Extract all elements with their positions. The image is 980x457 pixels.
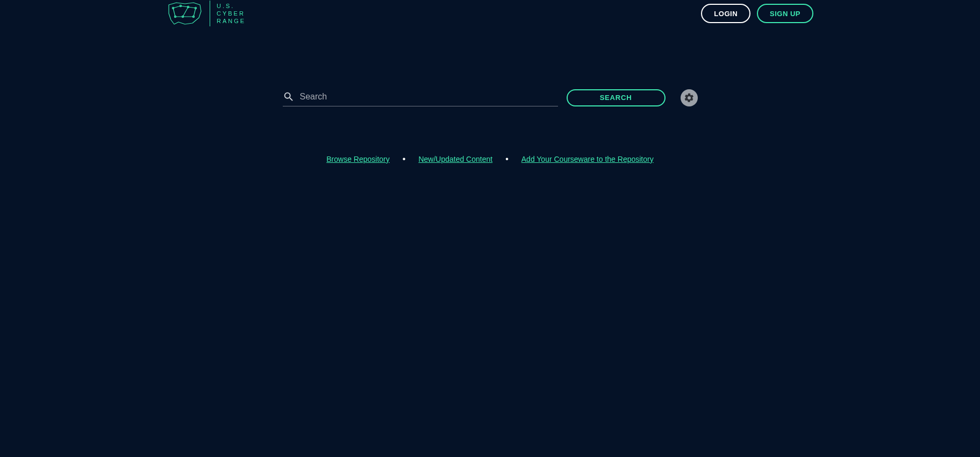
search-button[interactable]: SEARCH <box>567 89 666 106</box>
search-section: SEARCH <box>0 89 980 106</box>
separator-dot: • <box>505 155 509 163</box>
site-header: U.S. CYBER RANGE LOGIN SIGN UP <box>0 0 980 27</box>
search-input[interactable] <box>300 89 558 105</box>
logo-divider <box>210 1 210 26</box>
brand-logo[interactable]: U.S. CYBER RANGE <box>167 1 246 26</box>
brand-text: U.S. CYBER RANGE <box>217 2 246 25</box>
brand-text-line3: RANGE <box>217 17 246 25</box>
link-new-updated-content[interactable]: New/Updated Content <box>418 155 492 163</box>
search-input-wrap <box>283 89 558 106</box>
brand-text-line2: CYBER <box>217 10 246 17</box>
settings-button[interactable] <box>681 89 698 106</box>
separator-dot: • <box>403 155 406 163</box>
us-map-circuit-icon <box>167 1 203 26</box>
brand-text-line1: U.S. <box>217 2 246 10</box>
signup-button[interactable]: SIGN UP <box>757 4 813 23</box>
search-icon <box>283 91 295 103</box>
link-browse-repository[interactable]: Browse Repository <box>326 155 390 163</box>
login-button[interactable]: LOGIN <box>701 4 750 23</box>
link-add-courseware[interactable]: Add Your Courseware to the Repository <box>521 155 654 163</box>
header-buttons: LOGIN SIGN UP <box>701 4 813 23</box>
quick-links: Browse Repository • New/Updated Content … <box>0 155 980 163</box>
gear-icon <box>684 92 695 103</box>
